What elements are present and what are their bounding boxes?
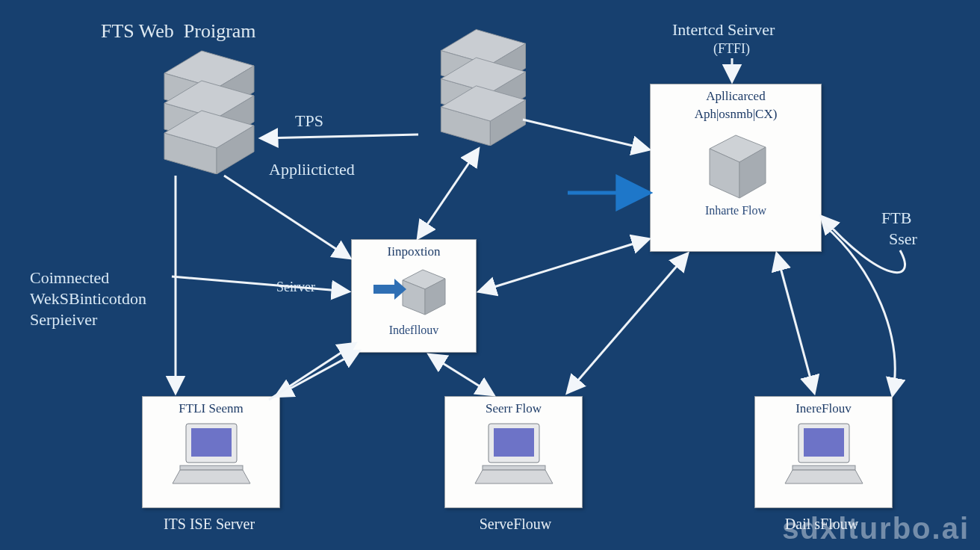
bottom-left-panel-title: FTLI Seenm xyxy=(146,401,276,416)
svg-line-39 xyxy=(523,120,648,149)
label-tps: TPS xyxy=(295,112,323,130)
center-panel: Iinpoxtion Indefllouv xyxy=(351,239,477,353)
computer-icon xyxy=(167,419,256,490)
diagram-title: FTS Web Proigram xyxy=(101,21,256,43)
svg-line-44 xyxy=(480,239,648,291)
svg-rect-27 xyxy=(180,466,243,470)
svg-rect-31 xyxy=(483,466,545,470)
center-panel-line1: Iinpoxtion xyxy=(355,244,473,259)
svg-marker-36 xyxy=(785,470,863,483)
svg-marker-32 xyxy=(475,470,553,483)
svg-marker-28 xyxy=(173,470,250,483)
svg-marker-24 xyxy=(373,279,406,300)
caption-bottom-left: ITS ISE Server xyxy=(134,516,284,533)
svg-line-42 xyxy=(172,276,348,291)
application-panel: Apllicarced Aph|osnmb|CX) Inharte Flow xyxy=(650,84,822,252)
cube-icon xyxy=(695,126,777,201)
cube-arrow-icon xyxy=(369,262,459,321)
center-panel-line2: Indefllouv xyxy=(355,324,473,337)
side-label-c: Serpieiver xyxy=(30,311,97,329)
caption-bottom-mid: ServeFlouw xyxy=(441,516,590,533)
label-sser: Sser xyxy=(889,230,917,248)
svg-rect-30 xyxy=(494,428,534,457)
caption-bottom-right: Dail sFlouw xyxy=(747,516,896,533)
svg-line-41 xyxy=(418,149,478,238)
side-label-a: Coimnected xyxy=(30,269,109,287)
svg-line-46 xyxy=(777,254,814,392)
label-ftb: FTB xyxy=(881,209,911,227)
svg-line-38 xyxy=(261,135,418,138)
svg-line-48 xyxy=(276,351,359,396)
bottom-mid-panel: Seerr Flow xyxy=(444,396,583,508)
svg-line-40 xyxy=(224,176,350,258)
bottom-right-panel-title: InereFlouv xyxy=(758,401,889,416)
side-label-b: WekSBinticotdon xyxy=(30,290,146,308)
svg-rect-26 xyxy=(191,428,232,457)
bottom-left-panel: FTLI Seenm xyxy=(142,396,280,508)
server-stack-left-icon xyxy=(142,43,261,174)
bottom-right-panel: InereFlouv xyxy=(754,396,893,508)
application-panel-line2: Aph|osnmb|CX) xyxy=(654,107,818,122)
bottom-mid-panel-title: Seerr Flow xyxy=(448,401,579,416)
svg-rect-34 xyxy=(804,428,844,457)
label-applicticted: Appliicticted xyxy=(269,161,355,179)
svg-line-49 xyxy=(429,355,493,395)
server-stack-right-icon xyxy=(418,22,534,146)
svg-line-45 xyxy=(568,254,687,392)
svg-line-50 xyxy=(269,344,355,400)
computer-icon xyxy=(779,419,869,490)
label-server: Seirver xyxy=(276,280,315,295)
label-topright-b: (FTFI) xyxy=(713,42,750,57)
svg-rect-35 xyxy=(793,466,855,470)
computer-icon xyxy=(469,419,559,490)
label-topright-a: Intertcd Seirver xyxy=(672,21,775,39)
application-panel-line3: Inharte Flow xyxy=(654,204,818,217)
application-panel-line1: Apllicarced xyxy=(654,89,818,104)
